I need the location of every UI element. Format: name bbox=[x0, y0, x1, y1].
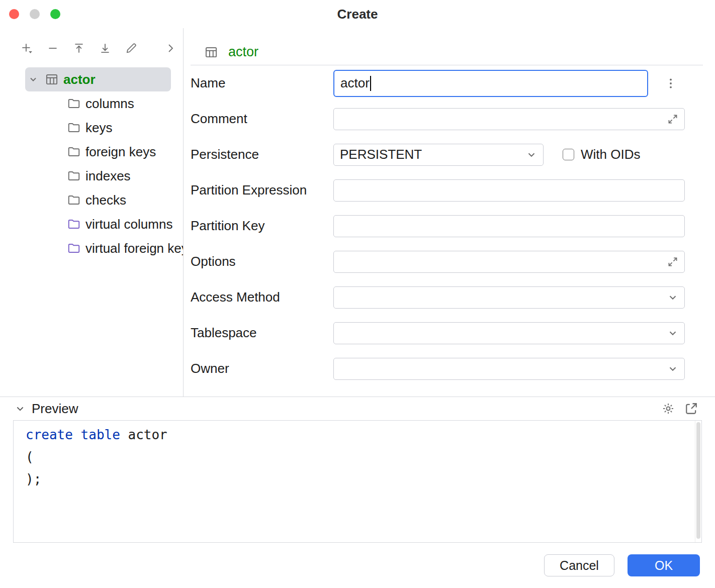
sql-preview-editor[interactable]: create table actor ( ); bbox=[13, 420, 702, 543]
partition-expression-row: Partition Expression bbox=[191, 172, 703, 208]
minus-icon bbox=[46, 42, 59, 55]
table-icon bbox=[45, 73, 58, 86]
chevron-down-icon bbox=[526, 149, 537, 160]
tree-item-indexes[interactable]: indexes bbox=[13, 164, 183, 188]
tree-item-label: actor bbox=[63, 72, 96, 87]
preview-actions bbox=[662, 402, 698, 415]
move-down-button[interactable] bbox=[99, 42, 112, 55]
expand-toolbar-button[interactable] bbox=[164, 42, 177, 55]
zoom-window-button[interactable] bbox=[50, 9, 60, 19]
tablespace-label: Tablespace bbox=[191, 325, 333, 341]
preview-collapse-toggle[interactable] bbox=[15, 404, 25, 414]
scrollbar-thumb[interactable] bbox=[696, 422, 700, 539]
tree-item-virtual-columns[interactable]: virtual columns bbox=[13, 212, 183, 236]
virtual-folder-icon bbox=[67, 218, 80, 231]
edit-button[interactable] bbox=[125, 42, 138, 55]
partition-key-input[interactable] bbox=[333, 215, 685, 237]
folder-icon bbox=[67, 193, 80, 207]
partition-expression-label: Partition Expression bbox=[191, 182, 333, 198]
chevron-down-icon bbox=[667, 328, 678, 339]
text-caret bbox=[370, 76, 371, 91]
folder-icon bbox=[67, 97, 80, 110]
cancel-button[interactable]: Cancel bbox=[544, 554, 614, 576]
folder-icon bbox=[67, 121, 80, 134]
page-title: actor bbox=[228, 44, 258, 60]
tablespace-row: Tablespace bbox=[191, 315, 703, 351]
close-window-button[interactable] bbox=[9, 9, 19, 19]
tree-item-label: indexes bbox=[85, 168, 131, 184]
options-row: Options bbox=[191, 244, 703, 279]
partition-expression-input[interactable] bbox=[333, 179, 685, 202]
expand-editor-icon[interactable] bbox=[667, 256, 678, 267]
structure-panel: actor columns keys bbox=[13, 28, 184, 397]
move-up-icon bbox=[72, 42, 85, 55]
open-in-editor-button[interactable] bbox=[685, 402, 698, 415]
comment-label: Comment bbox=[191, 111, 333, 127]
tree-item-label: virtual columns bbox=[85, 217, 172, 232]
add-button[interactable] bbox=[20, 42, 33, 55]
code-line: ( bbox=[26, 446, 689, 468]
persistence-select[interactable]: PERSISTENT bbox=[333, 144, 544, 166]
partition-key-label: Partition Key bbox=[191, 218, 333, 234]
code-line: ); bbox=[26, 468, 689, 490]
preview-scrollbar[interactable] bbox=[695, 421, 701, 542]
folder-icon bbox=[67, 169, 80, 182]
sql-text: ( bbox=[26, 449, 34, 464]
plus-icon bbox=[20, 42, 33, 55]
ok-button[interactable]: OK bbox=[628, 554, 700, 576]
virtual-folder-icon bbox=[67, 242, 80, 255]
owner-select[interactable] bbox=[333, 358, 685, 380]
chevron-right-icon bbox=[164, 42, 176, 54]
with-oids-checkbox-group[interactable]: With OIDs bbox=[563, 147, 640, 162]
chevron-down-icon bbox=[15, 404, 25, 414]
comment-row: Comment bbox=[191, 101, 703, 137]
with-oids-checkbox[interactable] bbox=[563, 149, 574, 160]
tree-item-virtual-foreign-keys[interactable]: virtual foreign keys bbox=[13, 236, 183, 260]
tablespace-select[interactable] bbox=[333, 322, 685, 344]
partition-key-row: Partition Key bbox=[191, 208, 703, 244]
persistence-label: Persistence bbox=[191, 147, 333, 162]
name-value: actor bbox=[340, 75, 370, 91]
expand-editor-icon[interactable] bbox=[667, 114, 678, 125]
with-oids-label: With OIDs bbox=[581, 147, 640, 162]
move-down-icon bbox=[99, 42, 112, 55]
dialog-body: actor columns keys bbox=[0, 28, 715, 397]
kebab-menu-icon[interactable] bbox=[664, 77, 677, 90]
persistence-row: Persistence PERSISTENT With OIDs bbox=[191, 137, 703, 172]
open-in-new-icon bbox=[685, 402, 698, 415]
preview-header: Preview bbox=[0, 397, 715, 420]
comment-input[interactable] bbox=[333, 108, 685, 130]
sql-identifier: actor bbox=[120, 427, 167, 442]
tree-item-checks[interactable]: checks bbox=[13, 188, 183, 212]
tree-item-label: keys bbox=[85, 120, 112, 136]
access-method-select[interactable] bbox=[333, 286, 685, 309]
structure-tree: actor columns keys bbox=[13, 67, 183, 260]
remove-button[interactable] bbox=[46, 42, 59, 55]
options-label: Options bbox=[191, 254, 333, 269]
settings-button[interactable] bbox=[662, 402, 675, 415]
tree-item-columns[interactable]: columns bbox=[13, 91, 183, 116]
tree-item-label: checks bbox=[85, 192, 126, 208]
move-up-button[interactable] bbox=[72, 42, 85, 55]
structure-toolbar bbox=[13, 28, 183, 60]
sql-keyword: create table bbox=[26, 427, 120, 442]
tree-item-foreign-keys[interactable]: foreign keys bbox=[13, 140, 183, 164]
tree-item-label: columns bbox=[85, 96, 134, 112]
options-input[interactable] bbox=[333, 251, 685, 273]
access-method-label: Access Method bbox=[191, 289, 333, 305]
form-header: actor bbox=[191, 28, 703, 65]
tree-item-keys[interactable]: keys bbox=[13, 116, 183, 140]
form-panel: actor Name actor bbox=[184, 28, 715, 397]
folder-icon bbox=[67, 145, 80, 158]
tree-item-actor[interactable]: actor bbox=[25, 67, 171, 91]
name-input[interactable]: actor bbox=[333, 70, 648, 97]
chevron-down-icon bbox=[667, 292, 678, 303]
minimize-window-button[interactable] bbox=[30, 9, 40, 19]
name-row: Name actor bbox=[191, 65, 703, 101]
chevron-down-icon bbox=[667, 363, 678, 374]
create-dialog: Create bbox=[0, 0, 715, 588]
access-method-row: Access Method bbox=[191, 279, 703, 315]
code-line: create table actor bbox=[26, 424, 689, 446]
gear-icon bbox=[662, 402, 675, 415]
window-title: Create bbox=[337, 7, 378, 22]
